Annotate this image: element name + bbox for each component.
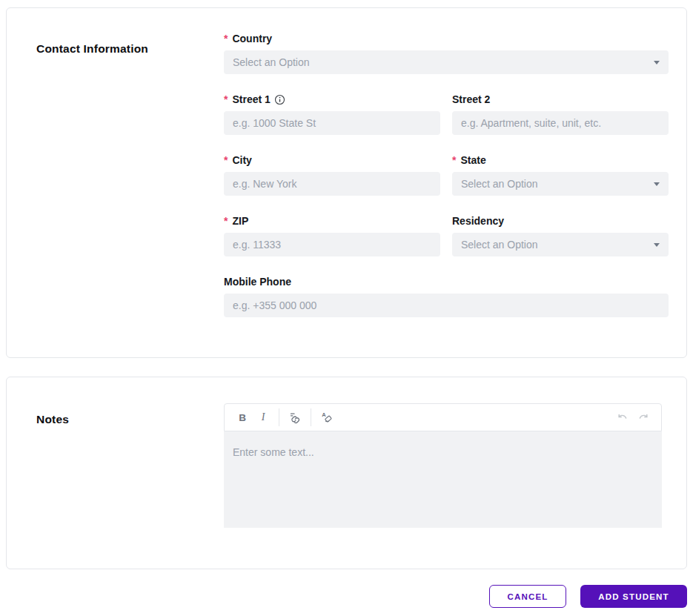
city-field: * City: [224, 154, 440, 196]
residency-field: Residency Select an Option: [452, 215, 669, 256]
toolbar-divider: [279, 408, 279, 426]
country-select-placeholder: Select an Option: [233, 56, 310, 68]
bold-button[interactable]: B: [232, 408, 253, 427]
mobile-phone-label: Mobile Phone: [224, 276, 669, 288]
clear-formatting-icon[interactable]: A: [316, 408, 337, 427]
notes-placeholder: Enter some text...: [233, 446, 314, 458]
undo-icon[interactable]: [612, 408, 633, 427]
city-input[interactable]: [224, 172, 440, 196]
required-marker: *: [224, 33, 228, 44]
street1-label: * Street 1: [224, 93, 440, 105]
state-label: * State: [452, 154, 669, 166]
street1-field: * Street 1: [224, 93, 440, 135]
country-label: * Country: [224, 33, 669, 44]
notes-editor: B I A: [224, 403, 662, 569]
add-student-button[interactable]: ADD STUDENT: [580, 585, 687, 608]
residency-select-placeholder: Select an Option: [461, 239, 538, 251]
state-field: * State Select an Option: [452, 154, 669, 196]
italic-button[interactable]: I: [253, 408, 273, 427]
zip-input[interactable]: [224, 233, 440, 256]
notes-textarea[interactable]: Enter some text...: [224, 431, 662, 528]
contact-form: * Country Select an Option * Street 1: [224, 33, 669, 357]
city-label: * City: [224, 154, 440, 166]
chevron-down-icon: [654, 61, 660, 64]
state-select-placeholder: Select an Option: [461, 178, 538, 190]
toolbar-divider: [311, 408, 311, 426]
country-select[interactable]: Select an Option: [224, 50, 669, 74]
street2-input[interactable]: [452, 111, 669, 135]
required-marker: *: [224, 215, 228, 227]
notes-section: Notes B I A: [6, 377, 687, 569]
info-icon[interactable]: [274, 94, 285, 105]
insert-link-icon[interactable]: [285, 408, 305, 427]
street2-label: Street 2: [452, 93, 669, 105]
state-select[interactable]: Select an Option: [452, 172, 669, 196]
zip-label: * ZIP: [224, 215, 440, 227]
editor-toolbar: B I A: [224, 403, 662, 431]
street1-input[interactable]: [224, 111, 440, 135]
chevron-down-icon: [654, 243, 660, 247]
residency-select[interactable]: Select an Option: [452, 233, 669, 256]
chevron-down-icon: [654, 182, 660, 186]
redo-icon[interactable]: [633, 408, 654, 427]
mobile-phone-input[interactable]: [224, 294, 669, 317]
required-marker: *: [224, 93, 228, 105]
country-field: * Country Select an Option: [224, 33, 669, 74]
mobile-phone-field: Mobile Phone: [224, 276, 669, 317]
zip-field: * ZIP: [224, 215, 440, 256]
required-marker: *: [224, 154, 228, 166]
street2-field: Street 2: [452, 93, 669, 135]
required-marker: *: [452, 154, 456, 166]
cancel-button[interactable]: CANCEL: [489, 585, 566, 608]
form-actions: CANCEL ADD STUDENT: [0, 585, 687, 608]
svg-text:A: A: [322, 411, 326, 418]
notes-section-title: Notes: [36, 413, 224, 559]
contact-section-title: Contact Information: [36, 42, 224, 348]
contact-information-section: Contact Information * Country Select an …: [6, 7, 687, 358]
residency-label: Residency: [452, 215, 669, 227]
